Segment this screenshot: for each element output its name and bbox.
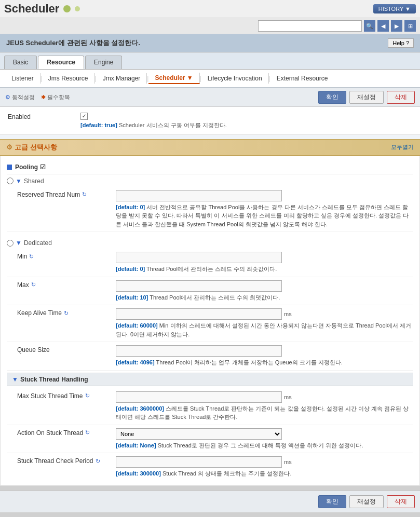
tab-resource[interactable]: Resource: [38, 56, 84, 69]
max-refresh-icon[interactable]: ↻: [31, 281, 36, 288]
pooling-checkbox[interactable]: ☑: [40, 164, 46, 171]
dot-decoration-2: [75, 6, 80, 11]
max-input[interactable]: [116, 280, 282, 292]
queue-size-label: Queue Size: [17, 345, 111, 353]
bottom-delete-button[interactable]: 삭제: [387, 495, 415, 508]
required-fields-item[interactable]: ✱ 필수항목: [41, 93, 70, 101]
subnav-jmx-manager[interactable]: Jmx Manager: [97, 73, 147, 84]
stuck-check-period-content: ms [default: 300000] Stuck Thread 의 상태를 …: [116, 456, 413, 478]
stuck-check-input-group: ms: [116, 456, 413, 468]
max-default: [default: 10]: [116, 294, 148, 301]
history-button[interactable]: HISTORY ▼: [373, 4, 416, 13]
nav-prev-button[interactable]: ◀: [377, 20, 389, 32]
dynamic-setting-label: 동적설정: [12, 93, 35, 101]
nav-next-button[interactable]: ▶: [391, 20, 402, 32]
reserved-thread-default: [default: 0]: [116, 204, 145, 210]
action-stuck-thread-row: Action On Stuck Thread ↻ None Interrupt …: [7, 425, 413, 454]
pooling-icon: [7, 165, 12, 170]
tab-engine[interactable]: Engine: [85, 56, 122, 69]
max-stuck-default: [default: 3600000]: [116, 405, 164, 412]
bottom-reset-button[interactable]: 재설정: [349, 495, 384, 508]
max-stuck-thread-label: Max Stuck Thread Time ↻: [17, 391, 111, 400]
subnav-lifecycle[interactable]: Lifecycle Invocation: [201, 73, 269, 84]
subnav-jms-resource[interactable]: Jms Resource: [42, 73, 95, 84]
keep-alive-content: ms [default: 60000] Min 이하의 스레드에 대해서 설정된…: [116, 308, 413, 338]
dot-decoration-1: [63, 5, 71, 12]
subnav-listener[interactable]: Listener: [5, 73, 40, 84]
enabled-checkbox[interactable]: [80, 113, 88, 120]
stuck-check-refresh-icon[interactable]: ↻: [96, 458, 100, 465]
action-stuck-label-text: Action On Stuck Thread: [17, 429, 83, 437]
tab-basic[interactable]: Basic: [4, 56, 37, 69]
action-stuck-default: [default: None]: [116, 442, 156, 448]
keep-alive-label: Keep Alive Time ↻: [17, 308, 111, 317]
action-stuck-thread-label: Action On Stuck Thread ↻: [17, 428, 111, 437]
delete-button[interactable]: 삭제: [387, 91, 415, 104]
subnav-scheduler[interactable]: Scheduler ▼: [148, 73, 199, 84]
reset-button[interactable]: 재설정: [349, 91, 384, 104]
stuck-check-label-text: Stuck Thread Check Period: [17, 457, 93, 465]
enabled-default: [default: true]: [80, 122, 117, 128]
action-stuck-refresh-icon[interactable]: ↻: [85, 429, 90, 436]
keep-alive-input[interactable]: [116, 308, 282, 320]
info-bar: JEUS Scheduler에 관련된 사항을 설정한다. Help ?: [0, 34, 420, 52]
tabs-row: Basic Resource Engine: [4, 56, 416, 69]
queue-size-label-text: Queue Size: [17, 346, 50, 353]
max-content: [default: 10] Thread Pool에서 관리하는 스레드 수의 …: [116, 280, 413, 302]
max-label-text: Max: [17, 281, 29, 289]
reserved-thread-num-label-text: Reserved Thread Num: [17, 191, 80, 198]
search-input[interactable]: [258, 20, 362, 32]
shared-radio[interactable]: [7, 178, 13, 184]
action-stuck-thread-select[interactable]: None Interrupt Abort: [116, 428, 282, 440]
reserved-thread-num-input[interactable]: [116, 190, 282, 201]
stuck-check-period-row: Stuck Thread Check Period ↻ ms [default:…: [7, 453, 413, 481]
shared-subsection-header: ▼ Shared: [7, 174, 413, 187]
queue-size-input[interactable]: [116, 345, 282, 357]
keep-alive-unit: ms: [284, 311, 292, 317]
dynamic-setting-item[interactable]: ⚙ 동적설정: [5, 93, 35, 101]
dedicated-radio[interactable]: [7, 240, 13, 247]
max-label: Max ↻: [17, 280, 111, 289]
nav-home-button[interactable]: ⊞: [404, 20, 416, 32]
keep-alive-desc-text: Min 이하의 스레드에 대해서 설정된 시간 동안 사용되지 않는다면 자동적…: [116, 322, 411, 337]
stuck-arrow-icon: ▼: [12, 376, 18, 383]
action-stuck-desc-text: Stuck Thread로 판단된 경우 그 스레드에 대해 특정 액션을 취하…: [158, 442, 363, 448]
keep-alive-refresh-icon[interactable]: ↻: [64, 310, 69, 317]
stuck-thread-header: ▼ Stuck Thread Handling: [7, 373, 413, 386]
enabled-label: Enabled: [8, 112, 70, 120]
stuck-check-period-label: Stuck Thread Check Period ↻: [17, 456, 111, 465]
reserved-thread-num-label: Reserved Thread Num ↻: [17, 190, 111, 198]
shared-arrow-icon: ▼: [16, 178, 22, 185]
min-default: [default: 0]: [116, 266, 145, 272]
app-title: Scheduler: [4, 2, 80, 16]
bottom-confirm-button[interactable]: 확인: [318, 495, 346, 508]
stuck-check-desc-text: Stuck Thread 의 상태를 체크하는 주기를 설정한다.: [162, 470, 292, 477]
keep-alive-label-text: Keep Alive Time: [17, 309, 62, 317]
max-stuck-desc: [default: 3600000] 스레드를 Stuck Thread로 판단…: [116, 404, 413, 421]
info-text: JEUS Scheduler에 관련된 사항을 설정한다.: [6, 38, 140, 48]
enabled-desc-text: Scheduler 서비스의 구동 여부를 지정한다.: [119, 122, 227, 128]
queue-size-default: [default: 4096]: [116, 359, 155, 365]
keep-alive-default: [default: 60000]: [116, 322, 158, 329]
min-row: Min ↻ [default: 0] Thread Pool에서 관리하는 스레…: [7, 249, 413, 277]
reserved-thread-num-desc: [default: 0] 서버 전반적으로 공유할 Thread Pool을 사…: [116, 203, 413, 229]
pooling-label: Pooling ☑: [15, 164, 46, 171]
enabled-desc: [default: true] Scheduler 서비스의 구동 여부를 지정…: [80, 121, 412, 129]
pooling-header: Pooling ☑: [7, 160, 413, 174]
min-input[interactable]: [116, 252, 282, 263]
max-stuck-refresh-icon[interactable]: ↻: [85, 392, 90, 399]
reserved-thread-refresh-icon[interactable]: ↻: [82, 191, 87, 198]
confirm-button[interactable]: 확인: [318, 91, 346, 104]
stuck-check-period-input[interactable]: [116, 456, 282, 468]
search-button[interactable]: 🔍: [364, 20, 375, 32]
help-button[interactable]: Help ?: [388, 38, 414, 48]
search-bar: 🔍 ◀ ▶ ⊞: [0, 18, 420, 34]
shared-label: Shared: [24, 178, 44, 185]
max-stuck-thread-input[interactable]: [116, 391, 282, 403]
toggle-advanced-link[interactable]: 모두열기: [391, 143, 414, 151]
max-stuck-thread-content: ms [default: 3600000] 스레드를 Stuck Thread로…: [116, 391, 413, 421]
min-content: [default: 0] Thread Pool에서 관리하는 스레드 수의 최…: [116, 252, 413, 274]
subnav-external[interactable]: External Resource: [270, 73, 334, 84]
min-refresh-icon[interactable]: ↻: [29, 253, 34, 260]
enabled-value: [default: true] Scheduler 서비스의 구동 여부를 지정…: [80, 112, 412, 129]
